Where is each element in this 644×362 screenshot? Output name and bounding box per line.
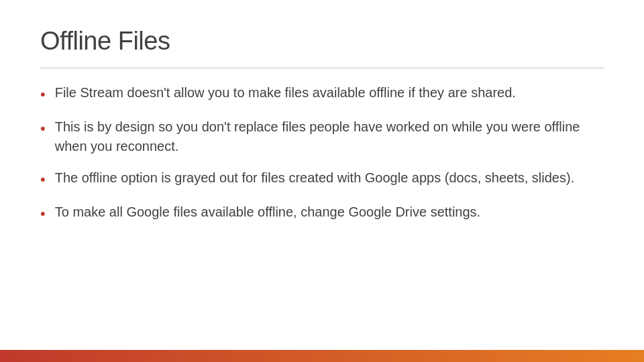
- list-item: • This is by design so you don't replace…: [40, 117, 604, 156]
- list-item: • The offline option is grayed out for f…: [40, 168, 604, 190]
- bullet-list: • File Stream doesn't allow you to make …: [40, 83, 604, 225]
- bullet-dot-3: •: [40, 169, 46, 190]
- bottom-accent-bar: [0, 350, 644, 362]
- list-item: • File Stream doesn't allow you to make …: [40, 83, 604, 105]
- bullet-text-2: This is by design so you don't replace f…: [55, 117, 604, 156]
- slide: Offline Files • File Stream doesn't allo…: [0, 0, 644, 362]
- list-item: • To make all Google files available off…: [40, 202, 604, 225]
- bullet-dot-2: •: [40, 118, 46, 139]
- content-area: Offline Files • File Stream doesn't allo…: [0, 0, 644, 350]
- bullet-text-1: File Stream doesn't allow you to make fi…: [55, 83, 604, 103]
- bullet-dot-1: •: [40, 84, 46, 105]
- bullet-text-3: The offline option is grayed out for fil…: [55, 168, 604, 188]
- bullet-text-4: To make all Google files available offli…: [55, 202, 604, 222]
- title-divider: [40, 68, 604, 68]
- slide-title: Offline Files: [40, 27, 604, 56]
- bullet-dot-4: •: [40, 203, 46, 225]
